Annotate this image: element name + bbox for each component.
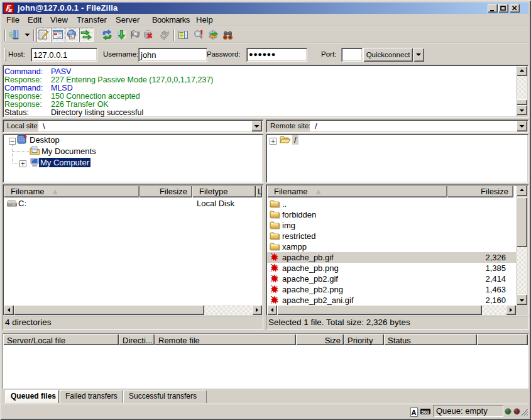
svg-text:A: A — [412, 409, 417, 416]
svg-text:500: 500 — [422, 409, 430, 415]
